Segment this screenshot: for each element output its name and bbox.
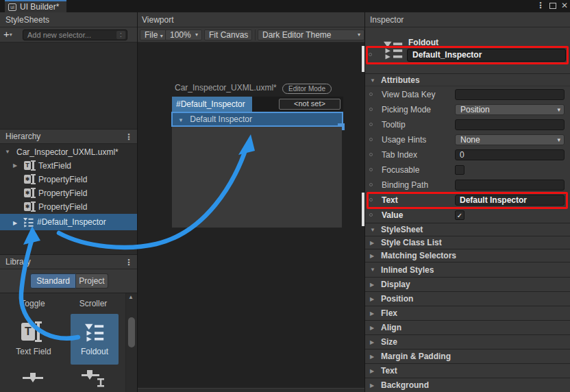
attr-row-tab-index: Tab Index 0 — [365, 147, 570, 162]
viewport-hscrollbar[interactable] — [138, 388, 364, 392]
section-flex[interactable]: ▶Flex — [365, 306, 570, 320]
section-background[interactable]: ▶Background — [365, 378, 570, 392]
chevron-down-icon: ▾ — [195, 30, 198, 40]
foldout-open-icon: ▼ — [370, 262, 375, 278]
stylesheets-tree-area — [0, 42, 137, 129]
attr-label: Focusable — [382, 162, 419, 177]
attr-label: Tab Index — [382, 147, 417, 162]
focusable-checkbox[interactable] — [455, 165, 464, 175]
foldout-open-icon[interactable]: ▼ — [178, 117, 184, 123]
section-attributes[interactable]: ▼ Attributes — [365, 73, 570, 86]
canvas-foldout-label: Default Inspector — [190, 114, 252, 124]
tab-standard[interactable]: Standard — [30, 273, 76, 289]
viewport-panel: Viewport File ▾ 100%▾ Fit Canvas Dark Ed… — [138, 12, 365, 392]
section-align[interactable]: ▶Align — [365, 320, 570, 334]
add-selector-button[interactable]: +▾ — [3, 28, 12, 40]
slider-icon[interactable] — [21, 371, 45, 386]
tree-row-propertyfield-3[interactable]: ✱ PropertyField — [0, 200, 137, 214]
element-name-field[interactable]: Default_Inspector — [407, 49, 566, 62]
foldout-open-icon[interactable]: ▼ — [5, 145, 10, 159]
tab-index-field[interactable]: 0 — [455, 149, 565, 160]
usage-hints-dropdown[interactable]: None▾ — [455, 134, 565, 145]
selector-pseudo-button[interactable]: : — [116, 31, 125, 39]
foldout-closed-icon: ▶ — [370, 278, 374, 292]
hierarchy-menu-icon[interactable]: ⋮ — [125, 130, 133, 145]
section-label: Margin & Padding — [381, 350, 451, 364]
propertyfield-icon: ✱ — [24, 202, 36, 211]
plus-icon: + — [3, 28, 10, 40]
attr-label: Text — [382, 193, 398, 208]
inspector-title: Inspector — [370, 15, 404, 25]
value-checkbox[interactable]: ✓ — [455, 210, 464, 220]
foldout-element-icon — [384, 38, 403, 62]
picking-mode-dropdown[interactable]: Position▾ — [455, 104, 565, 115]
tree-row-root[interactable]: ▼ Car_Inspector_UXML.uxml* — [0, 145, 137, 159]
binding-dot — [369, 198, 373, 201]
section-size[interactable]: ▶Size — [365, 334, 570, 349]
scroll-up-icon[interactable]: ▲ — [128, 294, 134, 300]
section-stylesheet[interactable]: ▼StyleSheet — [365, 223, 570, 236]
canvas-title[interactable]: Car_Inspector_UXML.uxml* — [175, 83, 277, 93]
stylesheets-title: StyleSheets — [5, 15, 49, 25]
section-label: Display — [381, 278, 410, 292]
binding-dot — [369, 213, 373, 217]
binding-dot — [369, 138, 373, 141]
scrollbar-thumb[interactable] — [128, 317, 135, 347]
library-item-text-field[interactable]: T Text Field — [10, 314, 58, 365]
section-label: StyleSheet — [381, 223, 423, 236]
window-menu-icon[interactable]: ⋮ — [536, 1, 545, 10]
foldout-closed-icon: ▶ — [370, 350, 374, 364]
tree-row-textfield[interactable]: ▶ T TextField — [0, 159, 137, 173]
foldout-closed-icon: ▶ — [370, 292, 374, 306]
tooltip-field[interactable] — [455, 119, 565, 130]
text-field[interactable]: Default Inspector — [455, 195, 565, 206]
slider-int-icon[interactable] — [80, 368, 106, 387]
library-item-foldout[interactable]: Foldout — [71, 314, 119, 365]
tab-ui-builder[interactable]: ui UI Builder* — [5, 0, 66, 12]
attr-label: Value — [382, 208, 403, 223]
element-type-label: Foldout — [408, 38, 438, 47]
maximize-icon[interactable] — [549, 3, 556, 9]
canvas-body[interactable] — [172, 127, 342, 228]
section-position[interactable]: ▶Position — [365, 291, 570, 306]
library-item-label: Text Field — [10, 347, 58, 356]
tree-item-label: TextField — [38, 159, 71, 173]
viewport-title: Viewport — [142, 15, 173, 25]
binding-dot — [369, 168, 373, 171]
theme-dropdown[interactable]: Dark Editor Theme▾ — [258, 29, 364, 40]
section-inlined-styles[interactable]: ▼Inlined Styles — [365, 262, 570, 277]
attr-label: Usage Hints — [382, 132, 426, 147]
check-icon: ✓ — [457, 212, 462, 219]
tab-project[interactable]: Project — [76, 273, 108, 289]
close-icon[interactable]: ✕ — [561, 1, 568, 10]
section-matching-selectors[interactable]: ▶Matching Selectors — [365, 249, 570, 262]
binding-path-field[interactable] — [455, 180, 565, 191]
view-data-key-field[interactable] — [455, 89, 565, 100]
library-scrollbar[interactable]: ▲ — [125, 293, 137, 392]
library-item-toggle[interactable]: Toggle — [14, 299, 52, 308]
library-item-scroller[interactable]: Scroller — [74, 299, 112, 308]
foldout-closed-icon[interactable]: ▶ — [13, 159, 17, 173]
add-selector-input[interactable]: Add new selector... : — [23, 29, 127, 40]
file-menu-button[interactable]: File ▾ — [140, 29, 168, 40]
foldout-closed-icon[interactable]: ▶ — [13, 215, 17, 232]
canvas-foldout-row[interactable]: ▼ Default Inspector — [171, 112, 343, 127]
section-text[interactable]: ▶Text — [365, 363, 570, 378]
section-label: Matching Selectors — [381, 249, 456, 262]
canvas-selected-element-tab[interactable]: #Default_Inspector — [172, 97, 252, 112]
section-display[interactable]: ▶Display — [365, 277, 570, 291]
viewport-toolbar: File ▾ 100%▾ Fit Canvas Dark Editor Them… — [138, 27, 364, 42]
library-menu-icon[interactable]: ⋮ — [125, 255, 133, 270]
not-set-dropdown[interactable]: <not set> — [279, 99, 340, 110]
tree-row-default-inspector[interactable]: ▶ #Default_Inspector — [0, 214, 137, 230]
zoom-dropdown[interactable]: 100%▾ — [165, 29, 202, 40]
viewport-header: Viewport — [138, 12, 364, 27]
tree-row-propertyfield-1[interactable]: ✱ PropertyField — [0, 173, 137, 186]
section-style-class-list[interactable]: ▶Style Class List — [365, 236, 570, 249]
chevron-down-icon: ▾ — [10, 32, 12, 38]
section-margin-padding[interactable]: ▶Margin & Padding — [365, 349, 570, 363]
tree-row-propertyfield-2[interactable]: ✱ PropertyField — [0, 186, 137, 200]
section-label: Flex — [381, 306, 397, 321]
editor-mode-badge[interactable]: Editor Mode — [282, 84, 332, 94]
fit-canvas-button[interactable]: Fit Canvas — [204, 29, 252, 40]
